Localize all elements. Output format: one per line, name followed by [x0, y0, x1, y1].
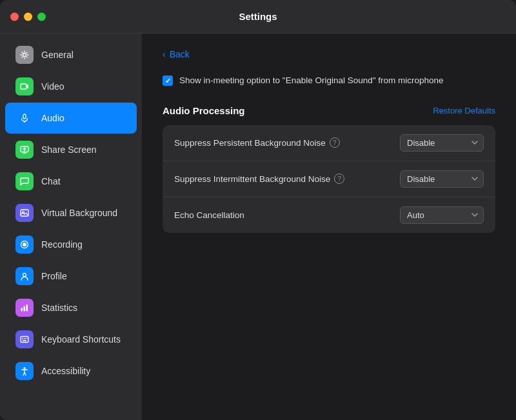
sidebar-item-keyboard-shortcuts[interactable]: Keyboard Shortcuts — [5, 324, 137, 355]
processing-select-2[interactable]: AutoDisable — [400, 206, 484, 224]
processing-row-2: Echo CancellationAutoDisable — [163, 197, 495, 233]
processing-row-text-2: Echo Cancellation — [174, 210, 244, 220]
processing-row-1: Suppress Intermittent Background Noise?A… — [163, 161, 495, 197]
virtual-background-label: Virtual Background — [41, 208, 117, 218]
keyboard-shortcuts-label: Keyboard Shortcuts — [41, 334, 121, 345]
maximize-button[interactable] — [37, 12, 46, 21]
sidebar-item-chat[interactable]: Chat — [5, 166, 137, 197]
svg-rect-17 — [23, 340, 26, 341]
processing-row-0: Suppress Persistent Background Noise?Aut… — [163, 125, 495, 161]
svg-point-18 — [24, 367, 26, 369]
recording-icon — [15, 235, 34, 254]
recording-label: Recording — [41, 239, 83, 250]
section-title: Audio Processing — [163, 105, 245, 116]
help-icon-0[interactable]: ? — [330, 137, 340, 148]
sidebar-item-share-screen[interactable]: Share Screen — [5, 134, 137, 165]
processing-select-0[interactable]: AutoDisableLowMediumHigh — [400, 134, 484, 152]
sidebar-item-recording[interactable]: Recording — [5, 229, 137, 260]
sidebar-item-statistics[interactable]: Statistics — [5, 292, 137, 323]
svg-rect-16 — [26, 338, 28, 339]
processing-row-label-0: Suppress Persistent Background Noise? — [174, 137, 340, 148]
svg-rect-1 — [21, 84, 26, 89]
share-screen-label: Share Screen — [41, 145, 97, 155]
processing-row-text-0: Suppress Persistent Background Noise — [174, 138, 326, 148]
processing-row-label-1: Suppress Intermittent Background Noise? — [174, 174, 344, 184]
keyboard-shortcuts-icon — [15, 330, 34, 348]
processing-row-text-1: Suppress Intermittent Background Noise — [174, 174, 330, 184]
svg-point-9 — [23, 274, 26, 277]
restore-defaults-button[interactable]: Restore Defaults — [433, 106, 495, 115]
statistics-icon — [15, 299, 34, 317]
chat-icon — [15, 172, 34, 190]
svg-rect-2 — [23, 114, 26, 119]
video-label: Video — [41, 81, 64, 92]
main-layout: GeneralVideoAudioShare ScreenChatVirtual… — [0, 34, 516, 420]
svg-rect-12 — [26, 305, 28, 312]
accessibility-icon — [15, 362, 34, 380]
share-screen-icon — [15, 141, 34, 159]
processing-select-1[interactable]: AutoDisableLowMediumHigh — [400, 170, 484, 188]
general-label: General — [41, 50, 74, 60]
profile-label: Profile — [41, 271, 67, 281]
svg-point-0 — [23, 54, 26, 57]
titlebar: Settings — [0, 0, 516, 34]
settings-window: Settings GeneralVideoAudioShare ScreenCh… — [0, 0, 516, 420]
traffic-lights — [10, 12, 46, 21]
video-icon — [15, 77, 34, 95]
original-sound-option: ✓ Show in-meeting option to "Enable Orig… — [163, 75, 495, 87]
audio-label: Audio — [41, 113, 64, 123]
svg-rect-13 — [21, 337, 28, 343]
minimize-button[interactable] — [24, 12, 32, 21]
profile-icon — [15, 267, 34, 285]
sidebar-item-profile[interactable]: Profile — [5, 261, 137, 292]
close-button[interactable] — [10, 12, 19, 21]
audio-icon — [15, 109, 34, 127]
statistics-label: Statistics — [41, 303, 77, 313]
sidebar-item-general[interactable]: General — [5, 39, 137, 70]
svg-rect-5 — [21, 210, 28, 216]
checkmark-icon: ✓ — [165, 77, 171, 85]
sidebar: GeneralVideoAudioShare ScreenChatVirtual… — [0, 34, 142, 420]
svg-point-8 — [23, 243, 26, 246]
svg-rect-15 — [25, 338, 26, 339]
sidebar-item-video[interactable]: Video — [5, 71, 137, 102]
sidebar-item-virtual-background[interactable]: Virtual Background — [5, 197, 137, 228]
sidebar-item-accessibility[interactable]: Accessibility — [5, 355, 137, 386]
accessibility-label: Accessibility — [41, 366, 90, 376]
back-navigation[interactable]: ‹ Back — [163, 49, 495, 59]
back-label: Back — [170, 49, 190, 59]
general-icon — [15, 46, 34, 64]
processing-row-label-2: Echo Cancellation — [174, 210, 244, 220]
original-sound-label: Show in-meeting option to "Enable Origin… — [179, 75, 444, 87]
audio-processing-box: Suppress Persistent Background Noise?Aut… — [163, 125, 495, 233]
audio-processing-header: Audio Processing Restore Defaults — [163, 105, 495, 116]
original-sound-checkbox[interactable]: ✓ — [163, 75, 173, 86]
chat-label: Chat — [41, 176, 61, 186]
content-area: ‹ Back ✓ Show in-meeting option to "Enab… — [142, 34, 516, 420]
svg-rect-10 — [21, 308, 23, 312]
svg-rect-14 — [22, 338, 23, 339]
virtual-background-icon — [15, 204, 34, 222]
sidebar-item-audio[interactable]: Audio — [5, 103, 137, 134]
svg-rect-11 — [24, 306, 26, 312]
help-icon-1[interactable]: ? — [334, 174, 344, 184]
back-chevron-icon: ‹ — [163, 49, 166, 59]
window-title: Settings — [239, 11, 277, 22]
